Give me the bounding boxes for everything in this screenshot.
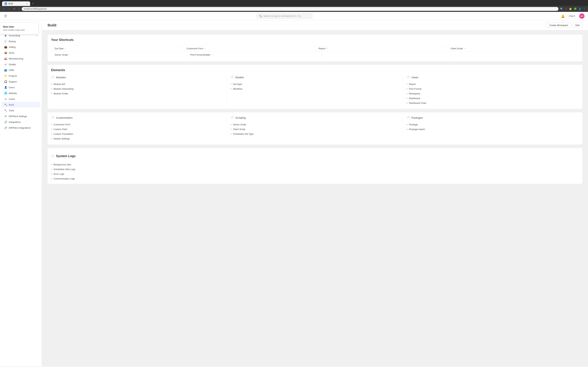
customize-form-item[interactable]: Customize Form [51,122,223,127]
profile-icon[interactable]: 👤 [578,7,582,11]
shortcut-label: DocType [55,47,63,50]
scheduled-jobs-logs-item[interactable]: Scheduled Jobs Logs [51,167,579,172]
sidebar-item-projects[interactable]: 📁 Projects [1,73,40,79]
bullet-icon [231,133,232,134]
refresh-button[interactable]: ↻ [13,7,16,11]
search-icon[interactable]: 🔍 [560,7,563,11]
sidebar-item-label: ERPNext Settings [9,115,27,118]
models-group: 📄 Models DocType Workflow [227,75,403,105]
main-layout: ▾ PUBLIC ⌂ Home ◉ Accounting ▾ 🛒 Buying … [0,20,588,366]
scripting-group: 📄 Scripting Server Script Client Script [227,116,403,141]
hamburger-button[interactable]: ☰ [3,13,8,19]
package-item[interactable]: Package [406,122,575,127]
sidebar-item-erpnext-settings[interactable]: ⚙ ERPNext Settings [1,113,40,119]
dashboard-chart-item[interactable]: Dashboard Chart [406,101,575,105]
navbar-center: 🔍 Search or type a command (Ctrl + G) [8,13,561,19]
sidebar-item-label: Integrations [9,121,21,123]
sidebar-item-label: Website [9,92,17,95]
tab-close-button[interactable]: ✕ [26,3,28,5]
browser-chrome: E Build ✕ + [0,0,588,6]
erpnext-settings-icon: ⚙ [4,115,7,118]
top-navbar: New User Let's create a new user. ☰ 🔍 Se… [0,12,588,20]
sidebar-item-selling[interactable]: 💼 Selling [1,44,40,50]
shortcut-label: Report [319,47,326,50]
custom-translation-item[interactable]: Custom Translation [51,132,223,136]
forward-button[interactable]: → [7,7,11,11]
edit-button[interactable]: Edit [573,23,582,28]
modules-label: Modules [56,76,66,79]
sidebar-item-label: Build [9,103,14,106]
doctype-item[interactable]: DocType [231,82,399,86]
shortcut-customize-form[interactable]: Customize Form ↗ [183,45,315,51]
elements-grid: 📄 Modules Module Def Module Onboarding [48,72,582,109]
sidebar-item-quality[interactable]: ◎ Quality [1,61,40,67]
sidebar-item-integrations[interactable]: 🔗 Integrations [1,119,40,125]
communication-logs-item[interactable]: Communication Logs [51,176,579,181]
address-bar[interactable]: localhost:8080/app/build [22,7,558,11]
tooltip-title: New User [3,25,35,28]
module-onboarding-item[interactable]: Module Onboarding [51,86,223,91]
page-header: Build Create Workspace Edit [42,20,588,30]
dashboard-item[interactable]: Dashboard [406,96,575,101]
element-label: Client Script [233,128,245,131]
navbar-settings-item[interactable]: Navbar Settings [51,136,223,141]
star-icon[interactable]: ⭐ [569,7,572,11]
sidebar-item-loans[interactable]: ◎ Loans [1,96,40,102]
module-def-item[interactable]: Module Def [51,82,223,86]
sidebar-item-buying[interactable]: 🛒 Buying [1,38,40,44]
sidebar-item-build[interactable]: 🔨 Build [1,102,40,108]
shortcut-client-script[interactable]: Client Script ↗ [447,45,579,51]
scheduled-job-type-item[interactable]: Scheduled Job Type [231,132,399,136]
custom-field-item[interactable]: Custom Field [51,127,223,132]
erpnext-integrations-icon: 🔗 [4,126,7,129]
external-link-icon: ↗ [211,54,213,56]
error-logs-item[interactable]: Error Logs [51,172,579,176]
shortcut-server-script[interactable]: Server Script ↗ [51,52,187,58]
bullet-icon [51,129,52,130]
client-script-item[interactable]: Client Script [231,127,399,132]
element-label: Custom Field [53,128,67,131]
models-header: 📄 Models [231,75,399,79]
shortcut-report[interactable]: Report ↗ [315,45,447,51]
home-button[interactable]: ⌂ [17,7,20,11]
sidebar-item-users[interactable]: 👤 Users [1,84,40,90]
package-import-item[interactable]: Package Import [406,127,575,132]
sidebar-item-erpnext-integrations[interactable]: 🔗 ERPNext Integrations [1,125,40,131]
bookmark-icon[interactable]: ☆ [564,7,568,11]
bullet-icon [51,178,52,179]
workspace-item[interactable]: Workspace [406,91,575,96]
notification-button[interactable]: 🔔 [561,14,565,18]
sidebar-item-website[interactable]: 🌐 Website [1,90,40,96]
print-format-item[interactable]: Print Format [406,86,575,91]
sidebar-item-support[interactable]: 🎧 Support [1,79,40,84]
bullet-icon [51,133,52,134]
module-profile-item[interactable]: Module Profile [51,91,223,96]
system-logs-group-header: 📄 System Logs [51,151,579,159]
modules-icon: 📄 [51,75,55,79]
active-tab[interactable]: E Build ✕ [2,1,30,6]
back-button[interactable]: ← [2,7,6,11]
bullet-icon [51,84,52,85]
workflow-item[interactable]: Workflow [231,86,399,91]
background-jobs-item[interactable]: Background Jobs [51,162,579,167]
search-bar[interactable]: 🔍 Search or type a command (Ctrl + G) [256,13,312,19]
avatar[interactable]: SG [579,13,585,19]
sidebar-item-manufacturing[interactable]: 🏭 Manufacturing [1,56,40,61]
sidebar-item-stock[interactable]: 📦 Stock [1,50,40,56]
sidebar-item-crm[interactable]: 👥 CRM [1,67,40,73]
scripting-icon: 📄 [231,116,234,119]
bullet-icon [51,138,52,139]
report-item[interactable]: Report [406,82,575,86]
sidebar-item-tools[interactable]: 🔧 Tools [1,108,40,113]
sidebar-item-label: Tools [9,109,14,112]
shortcut-print-format-builder[interactable]: Print Format Builder ↗ [187,52,322,58]
create-workspace-button[interactable]: Create Workspace [546,23,571,28]
system-logs-icon: 📄 [51,154,55,158]
menu-icon[interactable]: ⋮ [583,7,586,11]
server-script-item[interactable]: Server Script [231,122,399,127]
shortcut-doctype[interactable]: DocType ↗ [51,45,183,51]
new-tab-button[interactable]: + [31,1,35,6]
shortcuts-row-1: DocType ↗ Customize Form ↗ Report ↗ Cl [51,45,579,51]
extensions-icon[interactable]: 🧩 [573,7,577,11]
help-button[interactable]: Help ▾ [567,14,577,18]
